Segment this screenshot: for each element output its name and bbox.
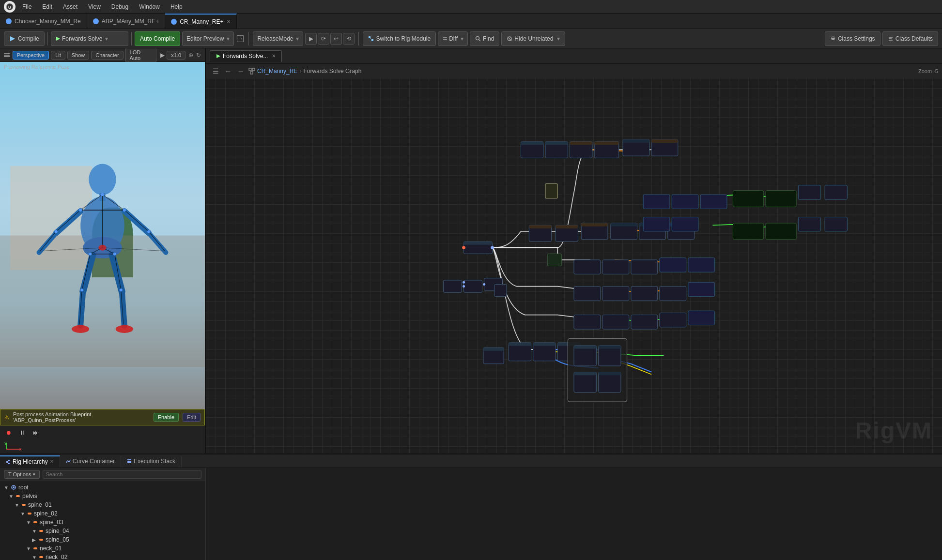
editor-preview-dropdown[interactable]: Editor Preview ▾	[182, 31, 234, 46]
tree-item-root[interactable]: ▼ root	[0, 483, 205, 492]
menu-file[interactable]: File	[18, 2, 35, 11]
svg-rect-89	[556, 225, 578, 228]
svg-rect-80	[594, 142, 619, 145]
zoom-button[interactable]: x1.0	[167, 51, 185, 60]
play-viewport[interactable]: ▶	[160, 52, 165, 59]
release-mode-dropdown[interactable]: ReleaseMode ▾	[253, 31, 303, 46]
step-backward-button[interactable]: ↩	[330, 33, 342, 45]
rig-module-icon	[368, 36, 374, 42]
hierarchy-search[interactable]	[43, 470, 202, 479]
options-button[interactable]: T Options ▾	[4, 470, 40, 479]
hide-unrelated-button[interactable]: Hide Unrelated ▾	[501, 31, 565, 46]
tree-item-neck02[interactable]: ▼ neck_02	[0, 553, 205, 560]
menu-debug[interactable]: Debug	[108, 2, 132, 11]
play-button[interactable]: ▶	[305, 33, 317, 45]
neck01-arrow: ▼	[26, 546, 31, 551]
find-button[interactable]: Find	[470, 31, 499, 46]
forwards-solve-tab[interactable]: Forwards Solve... ✕	[210, 50, 282, 62]
app-logo: U	[4, 1, 15, 13]
diff-dropdown[interactable]: Diff ▾	[438, 31, 468, 46]
compile-icon	[9, 35, 16, 42]
class-settings-button[interactable]: Class Settings	[825, 31, 880, 46]
coords-axes: X Y	[4, 442, 23, 452]
perspective-button[interactable]: Perspective	[13, 51, 49, 60]
svg-rect-109	[798, 217, 820, 231]
tab-curve-container[interactable]: Curve Container	[60, 456, 121, 467]
step-forward-button[interactable]: ⟳	[318, 33, 329, 45]
edit-button[interactable]: Edit	[183, 413, 201, 422]
svg-rect-154	[127, 459, 131, 460]
bone-icon-7	[33, 546, 38, 551]
breadcrumb-child: Forwards Solve Graph	[303, 68, 361, 75]
viewport-playback: ⏺ ⏸ ⏭	[0, 425, 205, 440]
tab-rig-hierarchy[interactable]: Rig Hierarchy ✕	[0, 455, 60, 467]
menu-help[interactable]: Help	[167, 2, 186, 11]
svg-rect-110	[825, 217, 847, 231]
svg-line-39	[56, 210, 80, 231]
viewport-canvas[interactable]: Previewing Reference Pose	[0, 62, 205, 409]
svg-rect-74	[521, 142, 543, 145]
translate-tool[interactable]: ⊕	[187, 51, 194, 60]
compile-button[interactable]: Compile	[4, 31, 45, 46]
tab-cr-manny-label: CR_Manny_RE+	[180, 18, 223, 25]
svg-rect-124	[631, 315, 658, 329]
toolbar-sep-4	[358, 32, 359, 45]
next-button[interactable]: ⏭	[31, 428, 41, 438]
nav-back-button[interactable]: ☰	[210, 65, 221, 77]
record-button[interactable]: ⏺	[4, 428, 14, 438]
tree-item-spine01[interactable]: ▼ spine_01	[0, 500, 205, 509]
class-defaults-button[interactable]: Class Defaults	[882, 31, 938, 46]
tree-item-neck01[interactable]: ▼ neck_01	[0, 544, 205, 553]
menu-edit[interactable]: Edit	[38, 2, 56, 11]
svg-rect-67	[252, 68, 255, 71]
tree-item-pelvis[interactable]: ▼ pelvis	[0, 492, 205, 500]
tree-item-spine04[interactable]: ▼ spine_04	[0, 527, 205, 535]
lit-button[interactable]: Lit	[51, 51, 65, 60]
playback-controls: ▶ ⟳ ↩ ⟲	[305, 33, 355, 45]
svg-rect-87	[529, 225, 551, 228]
editor-preview-chevron: ▾	[227, 35, 230, 42]
switch-rig-module-button[interactable]: Switch to Rig Module	[363, 31, 436, 46]
stop-button[interactable]: ⟲	[343, 33, 355, 45]
hamburger-menu[interactable]	[3, 51, 11, 59]
lod-button[interactable]: LOD Auto	[125, 48, 157, 62]
panel-tab-close[interactable]: ✕	[272, 53, 276, 59]
auto-compile-button[interactable]: Auto Compile	[135, 31, 180, 46]
tabs-bar: Chooser_Manny_MM_Re ABP_MAny_MM_RE+ CR_M…	[0, 14, 942, 29]
tree-item-spine03[interactable]: ▼ spine_03	[0, 518, 205, 527]
svg-rect-78	[570, 142, 592, 145]
tab-execution-stack[interactable]: Execution Stack	[121, 456, 182, 467]
show-button[interactable]: Show	[67, 51, 90, 60]
spine03-arrow: ▼	[26, 520, 31, 525]
svg-rect-113	[602, 260, 629, 274]
node-graph-canvas[interactable]: RigVM	[206, 78, 942, 454]
arrow-icon[interactable]: →	[237, 35, 244, 42]
tree-item-spine02[interactable]: ▼ spine_02	[0, 509, 205, 518]
tab-cr-manny[interactable]: CR_Manny_RE+ ✕	[165, 14, 236, 29]
character-button[interactable]: Character	[91, 51, 123, 60]
bottom-panel: Rig Hierarchy ✕ Curve Container Executio…	[0, 454, 942, 560]
tab-abp[interactable]: ABP_MAny_MM_RE+	[87, 14, 165, 29]
tab-chooser[interactable]: Chooser_Manny_MM_Re	[0, 14, 87, 29]
execution-stack-tab-icon	[127, 459, 132, 464]
svg-rect-105	[643, 217, 670, 231]
tab-cr-manny-close[interactable]: ✕	[227, 19, 231, 24]
rotate-tool[interactable]: ↻	[195, 51, 202, 60]
rig-hierarchy-tab-close[interactable]: ✕	[50, 459, 54, 464]
rig-hierarchy-panel: T Options ▾ ▼ root ▼	[0, 468, 206, 560]
enable-button[interactable]: Enable	[154, 413, 179, 422]
svg-rect-111	[547, 254, 561, 266]
forwards-solve-dropdown[interactable]: Forwards Solve ▾	[51, 31, 128, 46]
menu-window[interactable]: Window	[135, 2, 164, 11]
nav-next-button[interactable]: →	[235, 65, 247, 77]
tree-item-spine05[interactable]: ▶ spine_05	[0, 535, 205, 544]
menu-asset[interactable]: Asset	[59, 2, 81, 11]
svg-rect-70	[464, 242, 493, 245]
diff-chevron: ▾	[461, 35, 463, 42]
menu-view[interactable]: View	[84, 2, 105, 11]
find-icon	[475, 36, 481, 42]
pause-button[interactable]: ⏸	[17, 428, 27, 438]
nav-prev-button[interactable]: ←	[222, 65, 234, 77]
svg-point-71	[462, 246, 465, 249]
breadcrumb-root[interactable]: CR_Manny_RE	[257, 68, 297, 75]
